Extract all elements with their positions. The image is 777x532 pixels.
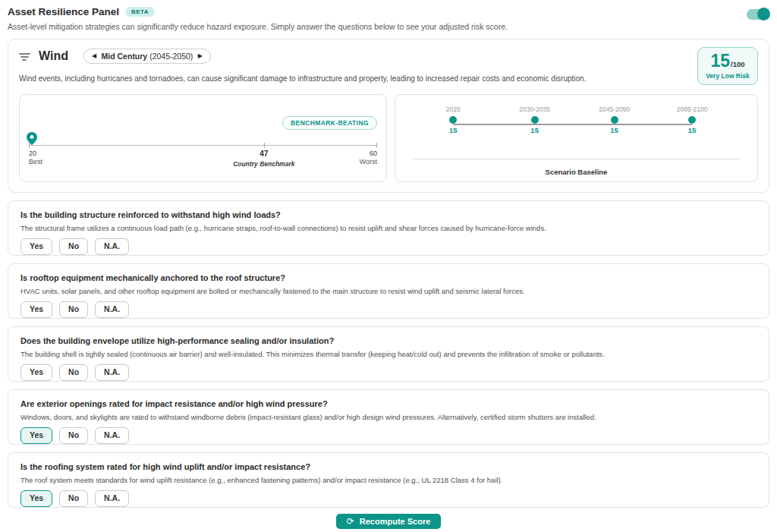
timeline-point: 2045-2050 15 — [588, 105, 641, 134]
timeline-dot — [688, 116, 696, 124]
asset-resilience-panel: Asset Resilience Panel BETA Asset-level … — [0, 0, 777, 532]
na-button[interactable]: N.A. — [95, 490, 129, 507]
yes-button[interactable]: Yes — [20, 427, 52, 444]
benchmark-card: BENCHMARK-BEATING 20 Best — [19, 94, 387, 182]
risk-score-label: Very Low Risk — [706, 72, 750, 80]
timeline-point: 2085-2100 15 — [665, 105, 719, 134]
timeline-line — [453, 124, 692, 125]
hazard-description: Wind events, including hurricanes and to… — [19, 74, 586, 83]
yes-button[interactable]: Yes — [20, 238, 52, 255]
recompute-score-button[interactable]: ⟳ Recompute Score — [336, 514, 442, 529]
question-title: Does the building envelope utilize high-… — [20, 336, 757, 345]
question-title: Is rooftop equipment mechanically anchor… — [20, 273, 757, 282]
na-button[interactable]: N.A. — [95, 364, 129, 381]
timeline-point: 2030-2035 15 — [508, 105, 562, 134]
timeline-point: 2025 15 — [426, 105, 480, 134]
wind-hazard-card: Wind ◀ Mid Century (2045-2050) ▶ Wind ev… — [8, 39, 769, 193]
question-description: HVAC units, solar panels, and other roof… — [20, 287, 757, 295]
panel-enabled-toggle[interactable] — [747, 9, 769, 20]
yes-button[interactable]: Yes — [20, 364, 52, 381]
hazard-title: Wind — [39, 49, 68, 63]
page-subtitle: Asset-level mitigation strategies can si… — [8, 22, 508, 31]
no-button[interactable]: No — [59, 364, 88, 381]
question-description: The building shell is tightly sealed (co… — [20, 350, 757, 358]
risk-score-max: /100 — [731, 60, 745, 68]
no-button[interactable]: No — [59, 301, 88, 318]
risk-score-value: 15 — [710, 52, 730, 70]
timeline-dot — [449, 116, 457, 124]
period-name: Mid Century — [102, 52, 148, 61]
yes-button[interactable]: Yes — [20, 301, 52, 318]
question-card: Are exterior openings rated for impact r… — [8, 389, 769, 445]
previous-period-button[interactable]: ◀ — [90, 52, 98, 61]
scenario-baseline-label: Scenario Baseline — [395, 168, 757, 176]
scenario-timeline-card: 2025 15 2030-2035 15 2045-2050 15 — [395, 94, 758, 182]
question-card: Is rooftop equipment mechanically anchor… — [8, 263, 769, 319]
na-button[interactable]: N.A. — [95, 427, 129, 444]
question-title: Is the building structure reinforced to … — [20, 210, 757, 219]
timeline-separator — [412, 159, 741, 159]
no-button[interactable]: No — [59, 238, 88, 255]
scenario-timeline: 2025 15 2030-2035 15 2045-2050 15 — [395, 105, 757, 143]
question-title: Is the roofing system rated for high win… — [20, 462, 757, 471]
question-description: Windows, doors, and skylights are rated … — [20, 413, 757, 421]
question-description: The roof system meets standards for wind… — [20, 476, 757, 484]
period-years: (2045-2050) — [149, 52, 193, 61]
toggle-knob — [757, 8, 770, 20]
question-description: The structural frame utilizes a continuo… — [20, 224, 757, 232]
risk-score-card: 15 /100 Very Low Risk — [697, 47, 758, 85]
question-card: Is the building structure reinforced to … — [8, 200, 769, 256]
period-selector: ◀ Mid Century (2045-2050) ▶ — [83, 49, 211, 64]
page-title: Asset Resilience Panel — [8, 6, 119, 17]
timeline-dot — [531, 116, 539, 124]
country-benchmark: 47 Country Benchmark — [233, 150, 294, 168]
slider-track — [29, 145, 377, 146]
refresh-icon: ⟳ — [347, 517, 354, 526]
no-button[interactable]: No — [59, 490, 88, 507]
na-button[interactable]: N.A. — [95, 238, 129, 255]
na-button[interactable]: N.A. — [95, 301, 129, 318]
benchmark-best: 20 Best — [29, 150, 42, 165]
no-button[interactable]: No — [59, 427, 88, 444]
benchmark-worst: 60 Worst — [360, 150, 377, 165]
beta-badge: BETA — [125, 7, 155, 17]
next-period-button[interactable]: ▶ — [197, 52, 204, 61]
recompute-score-label: Recompute Score — [360, 517, 431, 526]
panel-footer: ⟳ Recompute Score — [8, 514, 769, 529]
question-card: Does the building envelope utilize high-… — [8, 326, 769, 382]
question-title: Are exterior openings rated for impact r… — [20, 399, 757, 408]
timeline-dot — [611, 116, 618, 124]
period-label: Mid Century (2045-2050) — [102, 52, 193, 61]
benchmark-beating-badge: BENCHMARK-BEATING — [282, 116, 377, 130]
wind-icon — [19, 52, 31, 62]
yes-button[interactable]: Yes — [20, 490, 52, 507]
question-card: Is the roofing system rated for high win… — [8, 452, 769, 508]
panel-header: Asset Resilience Panel BETA Asset-level … — [8, 6, 769, 36]
